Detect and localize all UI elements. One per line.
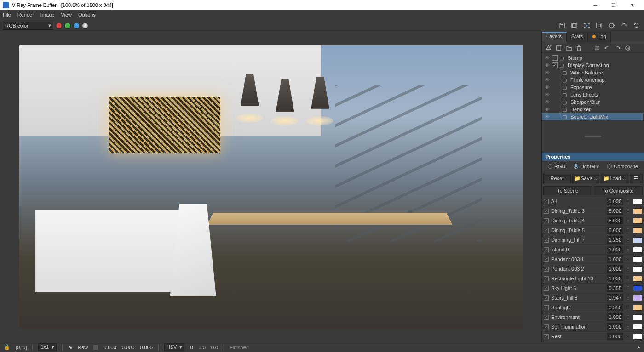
light-checkbox[interactable]	[544, 267, 549, 272]
light-checkbox[interactable]	[544, 199, 549, 204]
red-channel-button[interactable]	[56, 23, 62, 29]
radio-composite[interactable]: Composite	[607, 164, 638, 169]
undo-icon[interactable]	[604, 45, 611, 52]
light-color-swatch[interactable]	[633, 266, 642, 272]
light-multiplier[interactable]: 1.250	[607, 236, 623, 244]
maximize-button[interactable]: ☐	[604, 0, 623, 10]
layer-row[interactable]: 👁▢Exposure	[542, 84, 643, 91]
save-image-icon[interactable]	[557, 21, 567, 31]
light-multiplier[interactable]: 0.355	[607, 284, 623, 292]
panel-splitter[interactable]	[542, 120, 644, 153]
light-row[interactable]: Rest 1.000 ⋮	[542, 332, 644, 341]
light-options-icon[interactable]: ⋮	[626, 256, 631, 262]
radio-lightmix[interactable]: LightMix	[574, 164, 599, 169]
menu-options[interactable]: Options	[78, 12, 96, 17]
load-button[interactable]: 📁Load…	[601, 174, 628, 183]
light-checkbox[interactable]	[544, 324, 549, 329]
add-layer-icon[interactable]	[555, 45, 562, 52]
light-multiplier[interactable]: 1.000	[607, 333, 623, 340]
eye-icon[interactable]: 👁	[545, 62, 551, 68]
light-checkbox[interactable]	[544, 334, 549, 339]
light-multiplier[interactable]: 0.947	[607, 294, 623, 301]
light-color-swatch[interactable]	[633, 227, 642, 233]
light-row[interactable]: Self Illumination 1.000 ⋮	[542, 322, 644, 332]
light-row[interactable]: Environment 1.000 ⋮	[542, 312, 644, 322]
light-options-icon[interactable]: ⋮	[626, 295, 631, 301]
light-options-icon[interactable]: ⋮	[626, 285, 631, 291]
light-multiplier[interactable]: 0.350	[607, 304, 623, 311]
menu-file[interactable]: File	[3, 12, 11, 17]
create-layer-icon[interactable]	[545, 45, 552, 52]
tab-stats[interactable]: Stats	[567, 32, 588, 42]
light-checkbox[interactable]	[544, 276, 549, 281]
light-row[interactable]: Dining_Table 5 5.000 ⋮	[542, 226, 644, 235]
light-color-swatch[interactable]	[633, 276, 642, 282]
light-color-swatch[interactable]	[633, 285, 642, 291]
light-checkbox[interactable]	[544, 286, 549, 291]
eyedropper-icon[interactable]: ⬊	[68, 344, 72, 350]
blue-channel-button[interactable]	[73, 23, 80, 29]
light-options-icon[interactable]: ⋮	[626, 266, 631, 272]
light-color-swatch[interactable]	[633, 324, 642, 330]
radio-rgb[interactable]: RGB	[548, 164, 565, 169]
light-checkbox[interactable]	[544, 305, 549, 310]
viewport[interactable]	[0, 32, 541, 342]
mono-channel-button[interactable]	[82, 23, 88, 29]
menu-view[interactable]: View	[61, 12, 72, 17]
collapse-panel-icon[interactable]: ▸	[638, 344, 640, 350]
light-color-swatch[interactable]	[633, 334, 642, 340]
light-multiplier[interactable]: 1.000	[607, 265, 623, 273]
track-mouse-icon[interactable]	[594, 21, 604, 31]
layer-row[interactable]: 👁▢Lens Effects	[542, 91, 643, 98]
light-color-swatch[interactable]	[633, 199, 642, 204]
light-color-swatch[interactable]	[633, 237, 642, 243]
eye-icon[interactable]: 👁	[545, 92, 551, 97]
light-multiplier[interactable]: 1.000	[607, 275, 623, 282]
tab-log[interactable]: Log	[588, 32, 611, 42]
light-row[interactable]: All 1.000 ⋮	[542, 197, 644, 206]
light-row[interactable]: Dining_Table 3 5.000 ⋮	[542, 206, 644, 216]
light-options-icon[interactable]: ⋮	[626, 237, 631, 243]
light-options-icon[interactable]: ⋮	[626, 247, 631, 253]
light-multiplier[interactable]: 1.000	[607, 255, 623, 263]
folder-icon[interactable]	[565, 45, 572, 52]
options-button[interactable]: ☰	[630, 174, 643, 183]
light-options-icon[interactable]: ⋮	[626, 218, 631, 224]
light-row[interactable]: Sky Light 6 0.355 ⋮	[542, 284, 644, 293]
light-color-swatch[interactable]	[633, 256, 642, 262]
disable-icon[interactable]	[624, 45, 631, 52]
light-options-icon[interactable]: ⋮	[626, 314, 631, 320]
eye-icon[interactable]: 👁	[545, 77, 551, 83]
light-multiplier[interactable]: 1.000	[607, 323, 623, 330]
light-row[interactable]: Dining_Table 4 5.000 ⋮	[542, 216, 644, 226]
light-row[interactable]: Pendant 003 1 1.000 ⋮	[542, 255, 644, 264]
light-checkbox[interactable]	[544, 295, 549, 301]
light-checkbox[interactable]	[544, 315, 549, 320]
light-options-icon[interactable]: ⋮	[626, 199, 631, 204]
stop-icon[interactable]	[619, 21, 629, 31]
light-checkbox[interactable]	[544, 218, 549, 223]
redo-icon[interactable]	[614, 45, 621, 52]
light-multiplier[interactable]: 5.000	[607, 207, 623, 215]
light-row[interactable]: Rectangle Light 10 1.000 ⋮	[542, 274, 644, 284]
light-multiplier[interactable]: 5.000	[607, 227, 623, 234]
to-composite-button[interactable]: To Composite	[594, 186, 643, 195]
layer-row[interactable]: 👁▢Source: LightMix	[542, 113, 643, 120]
light-multiplier[interactable]: 1.000	[607, 313, 623, 321]
lightmix-list[interactable]: All 1.000 ⋮ Dining_Table 3 5.000 ⋮ Dinin…	[542, 197, 644, 342]
light-row[interactable]: SunLight 0.350 ⋮	[542, 303, 644, 312]
light-options-icon[interactable]: ⋮	[626, 324, 631, 330]
light-checkbox[interactable]	[544, 228, 549, 233]
layer-row[interactable]: 👁▢Stamp	[542, 54, 643, 62]
zoom-dropdown[interactable]: 1x1▾	[38, 343, 57, 351]
link-pdplayer-icon[interactable]	[606, 21, 616, 31]
menu-render[interactable]: Render	[17, 12, 34, 17]
layer-row[interactable]: 👁▢Display Correction	[542, 62, 643, 69]
layer-row[interactable]: 👁▢Filmic tonemap	[542, 76, 643, 84]
light-color-swatch[interactable]	[633, 247, 642, 253]
lock-icon[interactable]: 🔓	[4, 344, 10, 350]
menu-image[interactable]: Image	[40, 12, 55, 17]
eye-icon[interactable]: 👁	[545, 55, 551, 61]
light-multiplier[interactable]: 1.000	[607, 246, 623, 253]
light-row[interactable]: Island 9 1.000 ⋮	[542, 245, 644, 255]
